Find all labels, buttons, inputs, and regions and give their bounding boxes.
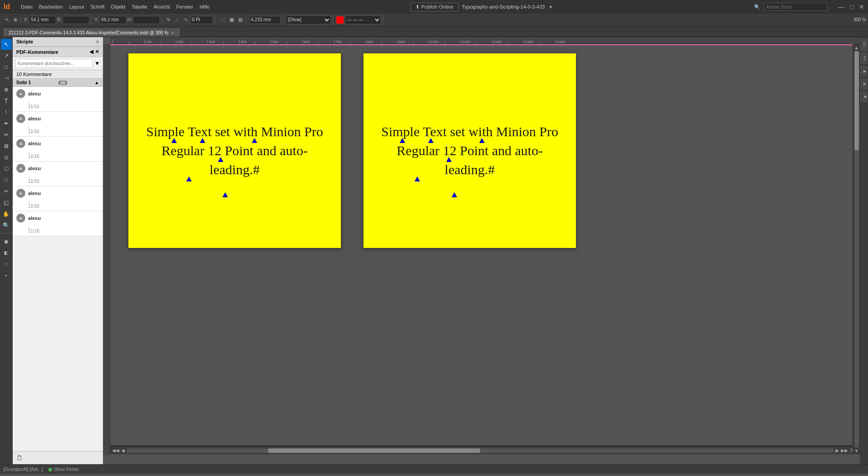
publish-icon: ⬆ — [415, 4, 420, 10]
comments-search-input[interactable] — [15, 59, 93, 68]
comment-item[interactable]: A alexu , 11/16 — [13, 186, 103, 211]
w-input[interactable] — [62, 16, 90, 24]
menu-datei[interactable]: Datei — [21, 4, 33, 10]
window-controls: — □ ✕ — [838, 3, 864, 10]
fill-select[interactable]: — — — — [345, 15, 381, 24]
line-tool[interactable]: \ — [1, 107, 12, 118]
vscroll-up-btn[interactable]: ▲ — [854, 45, 859, 50]
normal-mode[interactable]: □ — [1, 258, 12, 269]
comment-item[interactable]: A alexu , 11/16 — [13, 137, 103, 162]
comment-text: , — [16, 124, 99, 129]
comments-close-btn[interactable]: ✕ — [95, 49, 99, 55]
page-yellow-1[interactable]: Simple Text set with Minion Pro Regular … — [128, 53, 341, 248]
scale-btn[interactable]: ⤡ — [182, 17, 189, 23]
hscroll-track[interactable] — [127, 448, 834, 453]
page-prev2-btn[interactable]: ◀ — [121, 448, 125, 453]
align-right-btn[interactable]: ▧ — [236, 17, 244, 23]
text-tool[interactable]: T — [1, 95, 12, 106]
content-tool[interactable]: ⊕ — [1, 84, 12, 95]
comments-collapse-btn[interactable]: ◀ — [90, 49, 93, 55]
page-tool[interactable]: □ — [1, 62, 12, 72]
menu-schrift[interactable]: Schrift — [90, 4, 104, 10]
comment-item[interactable]: A alexu , 11/16 — [13, 162, 103, 186]
transform-btn[interactable]: ⊕ — [12, 17, 19, 23]
minimize-button[interactable]: — — [838, 3, 844, 10]
fill-swatch[interactable] — [336, 16, 344, 24]
stroke-input[interactable] — [190, 16, 213, 24]
document-tab[interactable]: 211112-3-PDF-Comments-14.0.3.433-Alexu-I… — [4, 29, 179, 37]
apply-color[interactable]: ◧ — [1, 247, 12, 258]
vscroll-track[interactable] — [854, 51, 859, 447]
vscroll-down-btn[interactable]: ▼ — [854, 448, 859, 453]
skripte-collapse[interactable]: ≡ — [96, 39, 99, 44]
size-input[interactable] — [249, 16, 281, 24]
coordinates-group: X: B: — [22, 16, 92, 24]
page-prev-btn[interactable]: ◀◀ — [112, 448, 119, 453]
ellipse-frame-tool[interactable]: ⊙ — [1, 152, 12, 163]
shear-btn[interactable]: ⟋ — [173, 17, 181, 23]
error-status-label: Ohne Fehler — [54, 467, 79, 472]
tab-close-btn[interactable]: ✕ — [171, 31, 175, 35]
page-yellow-2[interactable]: Simple Text set with Minion Pro Regular … — [363, 53, 576, 248]
style-select[interactable]: [Ohne] — [286, 15, 331, 24]
x-input[interactable] — [29, 16, 56, 24]
filter-icon[interactable]: ▼ — [94, 60, 100, 67]
fx-tab[interactable]: FX — [860, 52, 868, 64]
polygon-frame-tool[interactable]: ⬡ — [1, 163, 12, 174]
section-expand[interactable]: ▲ — [94, 80, 99, 85]
page-next2-btn[interactable]: ▶▶ — [841, 448, 848, 453]
comment-item[interactable]: A alexu , 11/16 — [13, 87, 103, 112]
cc-tab[interactable]: CC — [860, 38, 868, 51]
pen-tool[interactable]: ✒ — [1, 118, 12, 129]
hscroll-thumb[interactable] — [268, 448, 480, 453]
profile-chevron[interactable]: ▼ — [548, 5, 553, 10]
pencil-tool[interactable]: ✏ — [1, 129, 12, 140]
ruler-tick: 600 — [302, 40, 303, 44]
canvas-area: 1002003004005006007008009001000110012001… — [103, 37, 860, 464]
tab-bar: 211112-3-PDF-Comments-14.0.3.433-Alexu-I… — [0, 26, 868, 37]
gap-tool[interactable]: ⊣ — [1, 73, 12, 84]
x-label: X: — [24, 17, 28, 22]
menu-layout[interactable]: Layout — [69, 4, 84, 10]
menu-objekt[interactable]: Objekt — [111, 4, 125, 10]
page-next-btn[interactable]: ▶ — [835, 448, 839, 453]
h-input[interactable] — [133, 16, 160, 24]
ruler-vertical — [103, 44, 110, 455]
menu-hilfe[interactable]: Hilfe — [199, 4, 209, 10]
restore-button[interactable]: □ — [850, 3, 854, 10]
select-tool[interactable]: ↖ — [1, 39, 12, 50]
ruler-tick: 300 — [208, 40, 208, 44]
close-button[interactable]: ✕ — [859, 3, 864, 10]
menu-tabelle[interactable]: Tabelle — [132, 4, 147, 10]
rotate-btn[interactable]: ↻ — [165, 17, 172, 23]
scissors-tool[interactable]: ✂ — [1, 186, 12, 197]
fill-box[interactable]: ▣ — [1, 236, 12, 247]
panel-tab-3[interactable]: ◀ — [860, 91, 868, 102]
preview-mode[interactable]: ▪ — [1, 270, 12, 281]
menu-ansicht[interactable]: Ansicht — [154, 4, 170, 10]
menu-bearbeiten[interactable]: Bearbeiten — [39, 4, 63, 10]
zoom-tool[interactable]: 🔍 — [1, 220, 12, 231]
direct-select-tool[interactable]: ↗ — [1, 50, 12, 61]
ruler-tick — [113, 40, 113, 44]
ruler-tick: 500 — [271, 40, 271, 44]
y-input[interactable] — [99, 16, 127, 24]
panel-tab-2[interactable]: ▶ — [860, 78, 868, 90]
publish-online-button[interactable]: ⬆ Publish Online — [410, 3, 458, 11]
align-left-btn[interactable]: ⬛ — [218, 17, 227, 23]
vscroll-thumb[interactable] — [854, 51, 859, 150]
align-center-btn[interactable]: ▦ — [228, 17, 236, 23]
search-input[interactable] — [764, 3, 827, 11]
panel-tab-1[interactable]: ▶ — [860, 66, 868, 77]
comment-marker-6 — [222, 192, 228, 197]
menu-bar: Datei Bearbeiten Layout Schrift Objekt T… — [21, 4, 209, 10]
canvas-scroll[interactable]: Simple Text set with Minion Pro Regular … — [110, 44, 853, 455]
gradient-tool[interactable]: ◱ — [1, 197, 12, 208]
rect-tool[interactable]: □ — [1, 175, 12, 186]
rect-frame-tool[interactable]: ⊠ — [1, 141, 12, 152]
menu-fenster[interactable]: Fenster — [176, 4, 193, 10]
comment-item[interactable]: A alexu , 11/16 — [13, 211, 103, 236]
selection-mode-btn[interactable]: ↖ — [4, 17, 11, 23]
comment-item[interactable]: A alexu , 11/16 — [13, 112, 103, 137]
hand-tool[interactable]: ✋ — [1, 209, 12, 219]
